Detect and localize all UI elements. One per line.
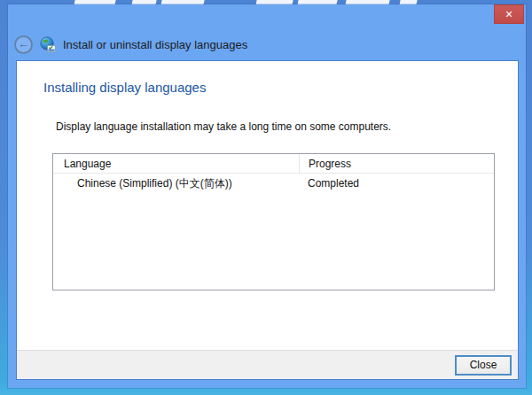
column-header-language[interactable]: Language: [53, 158, 299, 170]
language-progress-table: Language Progress Chinese (Simplified) (…: [52, 153, 495, 290]
column-header-progress[interactable]: Progress: [299, 154, 494, 173]
dialog-content: Installing display languages Display lan…: [16, 60, 519, 380]
back-button[interactable]: ←: [14, 35, 33, 54]
dialog-title: Install or uninstall display languages: [63, 38, 247, 51]
display-language-globe-icon: [40, 36, 56, 52]
close-icon: ✕: [505, 9, 512, 20]
dialog-footer: Close: [17, 350, 518, 379]
dialog-header: ← Install or uninstall display languages: [14, 35, 247, 54]
page-title: Installing display languages: [43, 80, 206, 95]
table-row[interactable]: Chinese (Simplified) (中文(简体)) Completed: [53, 174, 494, 193]
progress-cell: Completed: [299, 177, 494, 190]
description-text: Display language installation may take a…: [56, 120, 391, 133]
dialog-window: ✕ ← Install or uninstall display languag…: [8, 4, 526, 388]
close-button[interactable]: Close: [455, 355, 512, 376]
language-cell: Chinese (Simplified) (中文(简体)): [53, 176, 299, 191]
table-header-row: Language Progress: [53, 154, 494, 174]
window-close-button[interactable]: ✕: [494, 4, 524, 24]
back-arrow-icon: ←: [18, 37, 29, 51]
